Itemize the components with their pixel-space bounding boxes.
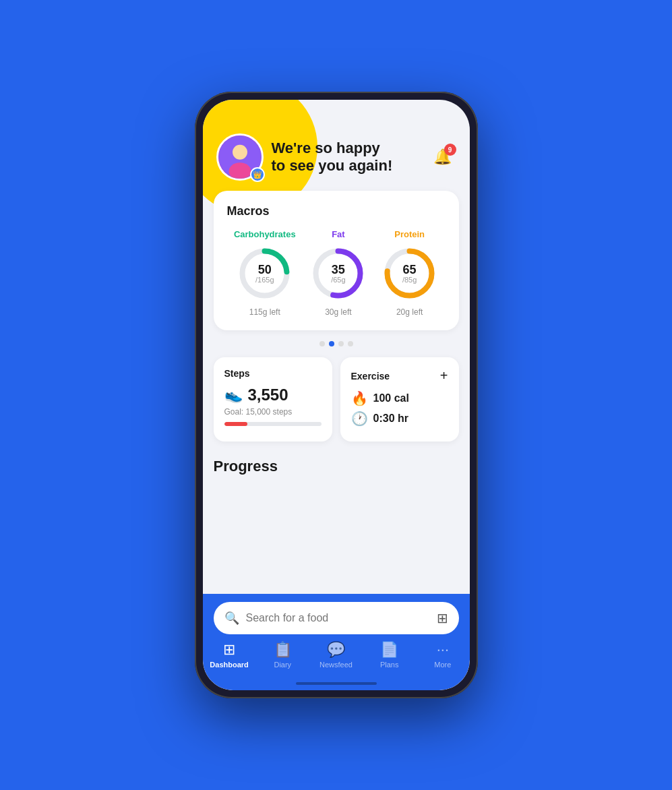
carbs-label: Carbohydrates bbox=[234, 229, 296, 239]
macros-title: Macros bbox=[227, 204, 446, 218]
carbs-donut: 50 /165g bbox=[236, 245, 293, 302]
fat-value: 35 bbox=[331, 264, 345, 276]
nav-more[interactable]: ··· More bbox=[423, 641, 463, 669]
carbs-total: /165g bbox=[255, 276, 274, 284]
fat-total: /65g bbox=[331, 276, 345, 284]
protein-item: Protein 65 /85g 20g left bbox=[381, 229, 438, 317]
steps-progress-bg bbox=[224, 422, 322, 426]
dot-2[interactable] bbox=[329, 341, 334, 346]
protein-value: 65 bbox=[402, 264, 417, 276]
svg-point-1 bbox=[233, 145, 247, 160]
protein-label: Protein bbox=[394, 229, 425, 239]
search-icon: 🔍 bbox=[224, 611, 239, 626]
barcode-icon[interactable]: ⊞ bbox=[437, 610, 448, 626]
phone-screen: 👑 We're so happy to see you again! 🔔 9 M… bbox=[203, 100, 470, 690]
shoe-icon: 👟 bbox=[224, 386, 243, 404]
carbs-center: 50 /165g bbox=[255, 264, 274, 284]
nav-newsfeed-label: Newsfeed bbox=[319, 661, 353, 669]
steps-progress-fill bbox=[224, 422, 248, 426]
fire-icon: 🔥 bbox=[351, 390, 368, 406]
exercise-duration-row: 🕐 0:30 hr bbox=[351, 411, 448, 427]
exercise-calories-row: 🔥 100 cal bbox=[351, 390, 448, 406]
header: 👑 We're so happy to see you again! 🔔 9 bbox=[203, 100, 470, 191]
steps-value-row: 👟 3,550 bbox=[224, 386, 322, 404]
newsfeed-icon: 💬 bbox=[327, 641, 345, 659]
steps-card: Steps 👟 3,550 Goal: 15,000 steps bbox=[214, 357, 332, 442]
steps-header: Steps bbox=[224, 368, 322, 379]
fat-label: Fat bbox=[332, 229, 345, 239]
nav-newsfeed[interactable]: 💬 Newsfeed bbox=[315, 641, 356, 669]
avatar-container[interactable]: 👑 bbox=[216, 133, 264, 181]
bottom-area: 🔍 ⊞ ⊞ Dashboard 📋 Diary 💬 Newsfeed bbox=[203, 594, 470, 690]
fat-item: Fat 35 /65g 30g left bbox=[309, 229, 367, 317]
nav-diary[interactable]: 📋 Diary bbox=[262, 641, 303, 669]
exercise-card: Exercise + 🔥 100 cal 🕐 0:30 hr bbox=[340, 357, 459, 442]
nav-diary-label: Diary bbox=[274, 661, 291, 669]
protein-center: 65 /85g bbox=[402, 264, 417, 284]
dashboard-icon: ⊞ bbox=[223, 641, 235, 659]
nav-plans-label: Plans bbox=[380, 661, 399, 669]
dot-1[interactable] bbox=[319, 341, 325, 346]
progress-section: Progress bbox=[203, 452, 470, 551]
exercise-header: Exercise + bbox=[351, 368, 448, 384]
protein-total: /85g bbox=[402, 276, 417, 284]
carbs-value: 50 bbox=[255, 264, 274, 276]
diary-icon: 📋 bbox=[274, 641, 292, 659]
dot-4[interactable] bbox=[348, 341, 353, 346]
dot-3[interactable] bbox=[338, 341, 344, 346]
search-bar-wrapper: 🔍 ⊞ bbox=[203, 594, 470, 634]
fat-left: 30g left bbox=[325, 307, 351, 317]
carousel-dots bbox=[203, 341, 470, 346]
steps-goal: Goal: 15,000 steps bbox=[224, 407, 322, 417]
more-icon: ··· bbox=[437, 641, 449, 659]
carbs-left: 115g left bbox=[249, 307, 280, 317]
nav-more-label: More bbox=[434, 661, 451, 669]
clock-icon: 🕐 bbox=[351, 411, 368, 427]
exercise-title: Exercise bbox=[351, 371, 390, 382]
progress-heading: Progress bbox=[214, 458, 459, 475]
home-indicator bbox=[296, 682, 377, 685]
crown-badge: 👑 bbox=[250, 167, 265, 182]
search-bar[interactable]: 🔍 ⊞ bbox=[214, 602, 459, 634]
steps-count: 3,550 bbox=[248, 386, 288, 404]
header-text: We're so happy to see you again! bbox=[272, 140, 429, 175]
carbohydrates-item: Carbohydrates 50 /165g 115g left bbox=[234, 229, 296, 317]
nav-dashboard-label: Dashboard bbox=[210, 661, 248, 669]
greeting-heading: We're so happy to see you again! bbox=[272, 140, 429, 175]
bottom-nav: ⊞ Dashboard 📋 Diary 💬 Newsfeed 📄 Plans ·… bbox=[203, 634, 470, 682]
phone-frame: 👑 We're so happy to see you again! 🔔 9 M… bbox=[195, 92, 478, 698]
plans-icon: 📄 bbox=[380, 641, 398, 659]
notification-button[interactable]: 🔔 9 bbox=[429, 144, 456, 171]
exercise-calories: 100 cal bbox=[373, 392, 409, 404]
nav-plans[interactable]: 📄 Plans bbox=[369, 641, 410, 669]
protein-donut: 65 /85g bbox=[381, 245, 438, 302]
protein-left: 20g left bbox=[396, 307, 423, 317]
search-input[interactable] bbox=[246, 612, 430, 624]
fat-center: 35 /65g bbox=[331, 264, 345, 284]
widgets-row: Steps 👟 3,550 Goal: 15,000 steps Exercis… bbox=[214, 357, 459, 442]
exercise-duration: 0:30 hr bbox=[373, 413, 408, 425]
fat-donut: 35 /65g bbox=[309, 245, 367, 302]
macros-row: Carbohydrates 50 /165g 115g left bbox=[227, 229, 446, 317]
nav-dashboard[interactable]: ⊞ Dashboard bbox=[209, 641, 249, 669]
steps-title: Steps bbox=[224, 368, 250, 379]
add-exercise-button[interactable]: + bbox=[440, 368, 448, 384]
notification-badge: 9 bbox=[444, 144, 456, 156]
macros-card: Macros Carbohydrates 50 /165g bbox=[214, 191, 459, 330]
